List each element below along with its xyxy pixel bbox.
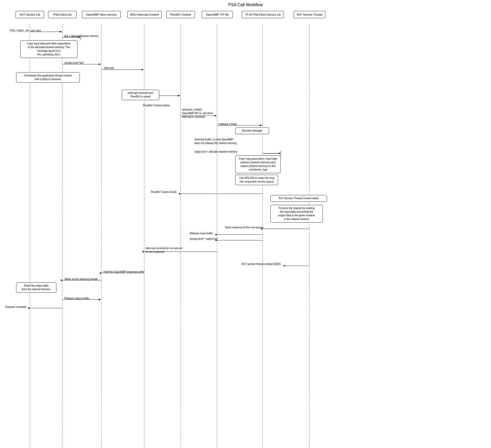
lifeline-rot-thread: RoT Service Thread bbox=[294, 11, 325, 18]
rot-ends-label: RoT service thread context ENDS bbox=[242, 263, 281, 265]
page-title: PSA Call Workflow bbox=[0, 0, 491, 7]
pendsv-ends-label: PendSV Context Ends bbox=[151, 191, 177, 193]
rot-thread-starts-box: RoT Service Thread Context starts bbox=[270, 195, 327, 202]
call-spe-box: Call SPE API to insert the msginto respe… bbox=[235, 175, 278, 185]
wake-thread-label: Woke up the sleeping thread. bbox=[64, 278, 98, 281]
alloc-shared-label: buf = allocate shared memory bbox=[64, 35, 99, 37]
lifeline-psa-client: PSA Client Lib bbox=[48, 11, 77, 18]
virtqueue-label: virtqueue_notify()OpenAMP API to call wh… bbox=[182, 108, 213, 119]
pendsv-starts-label: PendSV Context Starts bbox=[143, 104, 170, 107]
hold-buffer-label: Hold the buffer, so that OpenAMPdoes not… bbox=[194, 138, 237, 145]
lifeline-tfm-psa: TF-M PSA Client Secure Lib bbox=[242, 11, 284, 18]
callback-label: Callback (*msg) bbox=[218, 123, 237, 126]
request-complete-label: Request complete. bbox=[5, 306, 27, 308]
rpmsg-output-label: rpmsg send * output buf bbox=[190, 237, 217, 240]
lifeline-pendsv: PendSV Context bbox=[166, 11, 195, 18]
send-response-label: Send response to the non-secure. bbox=[225, 226, 264, 229]
hold-openamp-label: Hold the OpenAMP response buffer bbox=[103, 270, 145, 273]
interrupt-label: Interrupt bbox=[104, 67, 114, 69]
output-alloc-label: output buf = allocate sharted memory bbox=[194, 150, 237, 153]
lifeline-rot-lib: RoT Service Lib bbox=[16, 11, 44, 18]
lifeline-mhu: MHU Interrupt Context bbox=[127, 11, 162, 18]
schedule-box: Schedule() this application thread conte… bbox=[16, 72, 80, 83]
copy-input-box: Copy input data and other parametersto t… bbox=[20, 40, 77, 58]
decode-box: Decode message bbox=[235, 127, 269, 134]
psa-call-label: PSA_Call(in_vec, out_vec) bbox=[10, 29, 41, 32]
copy-msg-box: Copy msg parameters, input datapointers … bbox=[235, 155, 281, 173]
arrows-svg bbox=[0, 0, 491, 448]
release-input-label: Release input buffer. bbox=[190, 232, 214, 235]
release-output-label: Release output buffer. bbox=[64, 297, 90, 300]
process-request-box: Process the request by readingthe input … bbox=[270, 205, 323, 223]
diagram-container: PSA Call Workflow bbox=[0, 0, 491, 448]
lifeline-openamp-ns: OpenAMP (Non-secure) bbox=[82, 11, 121, 18]
rpmsg-send-label: rpmsg send *buf bbox=[64, 61, 83, 64]
lifeline-openamp-tfm: OpenAMP (TF-M) bbox=[202, 11, 233, 18]
read-output-box: Read the output datafrom the shared memo… bbox=[16, 282, 56, 293]
int-received-box: Interrupt received andPendSV is raised bbox=[122, 90, 159, 100]
int-nonsecure-label: Interrupt received at non-securefor the … bbox=[146, 246, 182, 254]
